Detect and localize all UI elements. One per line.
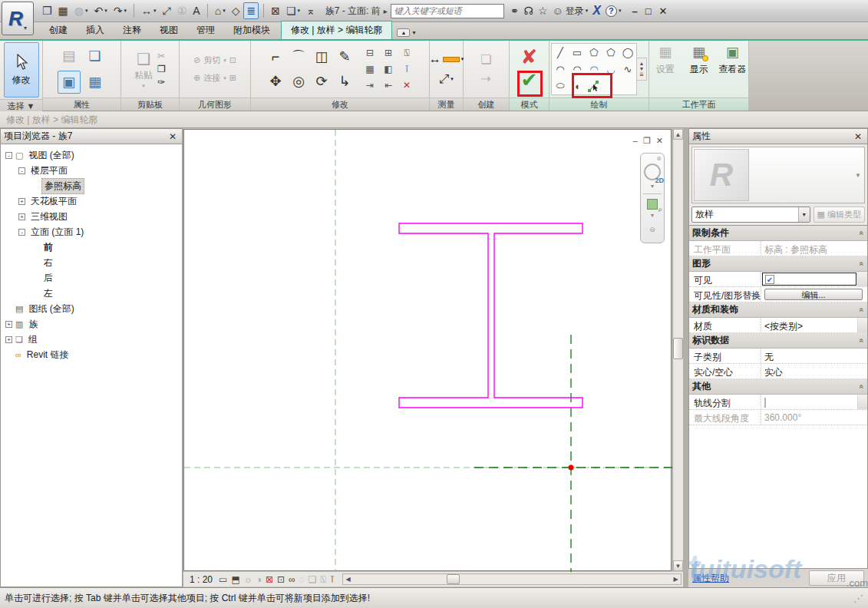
view-canvas[interactable]: –❐✕ ⊗ 2D ▼ ⌕ ▼ ⊖: [183, 129, 672, 571]
align-tool[interactable]: ⌐: [264, 45, 287, 69]
unpin-tool[interactable]: ⍂: [398, 45, 416, 61]
resize-grip[interactable]: ⋰: [853, 593, 863, 604]
sun-path-button[interactable]: ☼: [244, 574, 252, 585]
tree-item[interactable]: 前: [1, 240, 182, 255]
checkbox-unchecked-icon[interactable]: [764, 398, 766, 408]
detail-level-button[interactable]: ▭: [219, 574, 227, 585]
show-crop-region-button[interactable]: ⊡: [277, 574, 285, 585]
type-selector[interactable]: R ▼: [691, 147, 865, 203]
collapse-icon[interactable]: -: [18, 167, 25, 174]
tree-item[interactable]: ∞Revit 链接: [1, 347, 182, 362]
panel-label-select[interactable]: 选择 ▼: [0, 99, 42, 112]
property-value[interactable]: 360.000°: [761, 410, 867, 425]
modify-select-button[interactable]: 修改: [4, 42, 39, 97]
property-value[interactable]: [761, 395, 857, 409]
save-button[interactable]: ▦: [56, 2, 71, 19]
pin-tool[interactable]: ⊺: [398, 61, 416, 78]
undo-button[interactable]: ↶▾: [92, 2, 110, 19]
create-similar-tool[interactable]: ⇢: [481, 71, 491, 86]
apply-button[interactable]: 应用: [809, 570, 864, 586]
thin-lines-button[interactable]: ≣: [243, 2, 259, 19]
rotate-tool[interactable]: ⟳: [310, 69, 333, 94]
copy-icon[interactable]: ❐: [157, 64, 166, 74]
draw-ellipse[interactable]: ⬭: [552, 78, 569, 94]
split-tool[interactable]: ◫: [310, 45, 333, 69]
steering-wheel-button[interactable]: 2D: [644, 164, 661, 180]
tab-1[interactable]: 创建: [40, 21, 77, 39]
match-properties-icon[interactable]: ✑: [157, 77, 166, 88]
view-restore-button[interactable]: ❐: [643, 136, 651, 146]
app-restore-button[interactable]: □: [645, 5, 652, 17]
family-category-icon[interactable]: ❏: [84, 45, 107, 68]
ribbon-collapse-button[interactable]: ▲ ▾: [397, 28, 415, 39]
vertical-scrollbar[interactable]: ▲ ▼: [672, 129, 683, 571]
measure-button[interactable]: ⤢: [160, 2, 173, 19]
tree-item[interactable]: +❏组: [1, 332, 182, 347]
browse-button[interactable]: [857, 272, 867, 286]
edit-type-button[interactable]: ▦ 编辑类型: [814, 207, 865, 223]
tree-item[interactable]: 参照标高: [1, 178, 182, 193]
aligned-dimension-tool[interactable]: ⤢▾: [439, 72, 453, 86]
cut-icon[interactable]: ✂: [157, 51, 166, 61]
draw-arc-start-end-radius[interactable]: ◠: [552, 61, 569, 78]
family-types-icon[interactable]: ▤: [58, 45, 81, 68]
application-menu-button[interactable]: R ▾: [2, 2, 34, 35]
tree-item[interactable]: 左: [1, 286, 182, 301]
trim-tool[interactable]: ✎: [333, 45, 356, 69]
scrollbar-thumb[interactable]: [673, 338, 683, 359]
browse-button[interactable]: [857, 395, 867, 409]
tree-item[interactable]: ▤图纸 (全部): [1, 301, 182, 316]
draw-rectangle[interactable]: ▭: [569, 44, 586, 61]
expand-icon[interactable]: +: [18, 213, 25, 220]
show-workplane-button[interactable]: ▦ 显示: [685, 44, 714, 76]
collapse-icon[interactable]: -: [18, 229, 25, 236]
tree-item[interactable]: 右: [1, 255, 182, 270]
sign-in-button[interactable]: ☺登录▾: [552, 5, 588, 18]
split-element-tool[interactable]: ⊟: [361, 45, 379, 61]
tree-item[interactable]: -▢视图 (全部): [1, 147, 182, 163]
split-with-gap-tool[interactable]: ⊞: [379, 45, 398, 61]
tree-item[interactable]: -楼层平面: [1, 163, 182, 178]
app-close-button[interactable]: ✕: [659, 5, 668, 17]
visual-style-button[interactable]: ⬒: [231, 574, 239, 585]
scroll-left-icon[interactable]: ◀: [343, 574, 353, 584]
expand-icon[interactable]: +: [5, 336, 12, 343]
property-section-header[interactable]: 图形«: [689, 256, 867, 272]
contextual-tab[interactable]: 修改 | 放样 > 编辑轮廓: [281, 21, 392, 39]
horizontal-scrollbar[interactable]: ◀ ▶: [342, 573, 682, 585]
value-field[interactable]: ✔: [762, 273, 856, 286]
section-button[interactable]: ◇: [229, 2, 243, 19]
property-section-header[interactable]: 其他«: [689, 379, 867, 395]
navbar-collapse-icon[interactable]: ⊖: [649, 226, 655, 233]
tab-2[interactable]: 插入: [77, 21, 114, 39]
expand-icon[interactable]: +: [18, 198, 25, 205]
default-3d-view-button[interactable]: ⌂▾: [213, 2, 228, 19]
tab-3[interactable]: 注释: [114, 21, 150, 39]
tab-5[interactable]: 管理: [187, 21, 224, 39]
view-close-button[interactable]: ✕: [656, 136, 663, 146]
property-value[interactable]: 无: [761, 349, 867, 363]
family-connections-icon[interactable]: ▦: [84, 71, 107, 94]
tree-item[interactable]: +▥族: [1, 316, 182, 332]
navbar-close-icon[interactable]: ⊗: [656, 155, 662, 162]
move-tool[interactable]: ✥: [264, 69, 287, 94]
reveal-hidden-elements-button[interactable]: ◌: [299, 574, 305, 585]
properties-help-link[interactable]: 属性帮助: [692, 572, 729, 585]
help-button[interactable]: ?▾: [606, 5, 622, 17]
search-button[interactable]: ⚭: [510, 5, 520, 17]
path-origin-point[interactable]: [569, 465, 574, 471]
reveal-constraints-button[interactable]: ⊺: [330, 574, 335, 585]
search-input[interactable]: [391, 4, 504, 18]
favorites-button[interactable]: ☆: [538, 5, 548, 17]
tag-by-category-button[interactable]: ①: [175, 2, 190, 19]
open-button[interactable]: ❒: [40, 2, 54, 19]
delete-tool[interactable]: ✕: [398, 78, 416, 94]
workplane-viewer-button[interactable]: ▣ 查看器: [718, 44, 747, 76]
array-tool[interactable]: ▦: [361, 61, 379, 78]
draw-polygon-circumscribed[interactable]: ⬠: [602, 44, 619, 61]
tab-6[interactable]: 附加模块: [224, 21, 279, 39]
create-group-tool[interactable]: ❏: [480, 52, 491, 67]
property-section-header[interactable]: 限制条件«: [689, 226, 867, 241]
tree-item[interactable]: +三维视图: [1, 209, 182, 224]
draw-spline[interactable]: ∿: [619, 61, 636, 78]
